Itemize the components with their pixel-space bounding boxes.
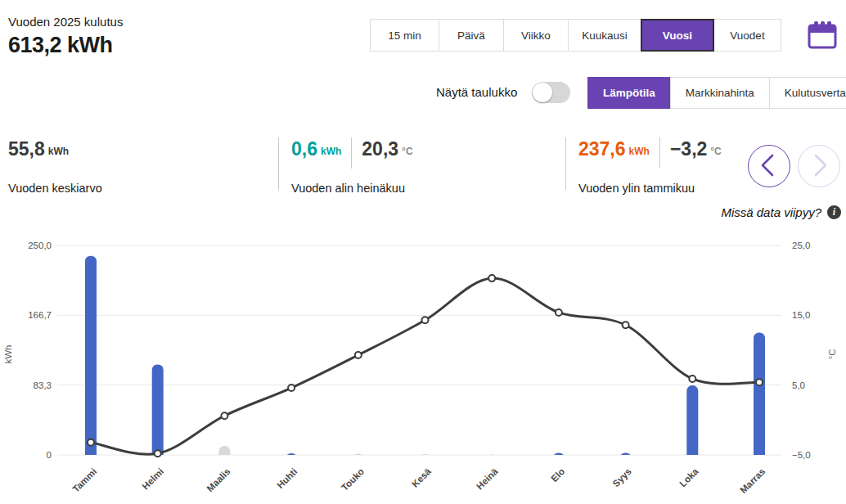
point-loka[interactable] <box>689 376 695 382</box>
calendar-button[interactable] <box>806 20 839 51</box>
bar-syys[interactable] <box>620 452 632 463</box>
range-button-15min[interactable]: 15 min <box>370 19 439 52</box>
x-axis-label-loka: Loka <box>677 466 700 489</box>
data-delay-row: Missä data viipyy? i <box>721 205 841 219</box>
calendar-icon <box>806 41 839 53</box>
left-axis-tick: 166,7 <box>28 310 52 320</box>
divider <box>351 137 352 169</box>
x-axis-label-kesä: Kesä <box>410 466 433 489</box>
stat-min-value: 0,6 <box>291 137 317 160</box>
x-axis-label-elo: Elo <box>549 466 566 484</box>
right-axis-tick: 5,0 <box>792 380 805 390</box>
time-range-selector: 15 min Päivä Viikko Kuukausi Vuosi Vuode… <box>370 19 781 52</box>
chevron-left-icon <box>749 175 789 187</box>
right-axis-tick: 25,0 <box>792 241 810 250</box>
bar-helmi[interactable] <box>152 364 164 463</box>
x-axis-label-touko: Touko <box>340 466 366 493</box>
stat-min-temp-unit: °C <box>402 146 412 157</box>
total-consumption: 613,2 kWh <box>8 33 113 58</box>
chevron-right-icon <box>799 175 839 187</box>
previous-period-button[interactable] <box>748 145 790 187</box>
chart-canvas: 250,025,0166,715,083,35,00−5,0kWh°CTammi… <box>0 232 846 504</box>
show-table-toggle[interactable] <box>532 82 570 103</box>
stat-max-unit: kWh <box>629 146 650 157</box>
left-axis-tick: 250,0 <box>28 241 52 250</box>
x-axis-label-syys: Syys <box>611 466 633 488</box>
range-button-vuodet[interactable]: Vuodet <box>713 19 781 52</box>
toggle-knob <box>533 83 552 102</box>
stat-max-label: Vuoden ylin tammikuu <box>578 182 722 195</box>
next-period-button[interactable] <box>798 145 840 187</box>
point-touko[interactable] <box>355 352 362 358</box>
page-title: Vuoden 2025 kulutus <box>8 15 123 29</box>
left-axis-label: kWh <box>3 345 13 364</box>
point-helmi[interactable] <box>155 450 161 457</box>
stat-average: 55,8 kWh Vuoden keskiarvo <box>8 137 102 195</box>
bar-maalis[interactable] <box>218 446 230 463</box>
left-axis-tick: 83,3 <box>34 380 52 390</box>
point-huhti[interactable] <box>288 385 295 391</box>
stat-min: 0,6 kWh 20,3 °C Vuoden alin heinäkuu <box>291 137 413 195</box>
x-axis-label-tammi: Tammi <box>70 466 98 494</box>
stat-max-temp: −3,2 <box>670 137 707 160</box>
point-maalis[interactable] <box>221 412 227 419</box>
point-tammi[interactable] <box>88 439 94 446</box>
bar-huhti[interactable] <box>286 453 297 463</box>
consumption-temperature-chart: 250,025,0166,715,083,35,00−5,0kWh°CTammi… <box>0 232 846 504</box>
point-kesä[interactable] <box>422 317 429 323</box>
divider <box>659 137 660 169</box>
tab-lampotila[interactable]: Lämpötila <box>587 77 671 109</box>
temperature-line <box>91 278 759 454</box>
stat-max: 237,6 kWh −3,2 °C Vuoden ylin tammikuu <box>578 137 722 195</box>
stat-average-unit: kWh <box>48 146 69 157</box>
point-heinä[interactable] <box>488 275 495 281</box>
bar-heinä[interactable] <box>486 454 497 463</box>
bar-elo[interactable] <box>553 452 565 463</box>
x-axis-label-heinä: Heinä <box>475 466 500 492</box>
divider <box>278 137 279 190</box>
stat-min-label: Vuoden alin heinäkuu <box>291 182 413 195</box>
range-button-viikko[interactable]: Viikko <box>503 19 569 52</box>
stat-average-label: Vuoden keskiarvo <box>8 182 102 195</box>
right-axis-tick: −5,0 <box>792 450 811 460</box>
energy-dashboard: Vuoden 2025 kulutus 613,2 kWh 15 min Päi… <box>0 0 846 504</box>
divider <box>565 137 566 190</box>
x-axis-label-helmi: Helmi <box>140 466 165 492</box>
point-elo[interactable] <box>556 309 562 316</box>
overlay-tabs: Lämpötila Markkinahinta Kulutusvertailu <box>587 77 846 109</box>
range-button-paiva[interactable]: Päivä <box>439 19 504 52</box>
x-axis-label-marras: Marras <box>738 466 767 495</box>
left-axis-tick: 0 <box>47 450 52 460</box>
range-button-kuukausi[interactable]: Kuukausi <box>568 19 641 52</box>
bar-tammi[interactable] <box>85 256 97 463</box>
point-syys[interactable] <box>623 322 629 328</box>
stat-min-unit: kWh <box>321 146 341 157</box>
x-axis-label-maalis: Maalis <box>205 466 232 493</box>
bar-kesä[interactable] <box>420 454 431 463</box>
stat-max-temp-unit: °C <box>710 146 721 157</box>
stat-min-temp: 20,3 <box>362 137 398 160</box>
stat-average-value: 55,8 <box>8 137 45 160</box>
tab-kulutusvertailu[interactable]: Kulutusvertailu <box>769 77 846 109</box>
tab-markkinahinta[interactable]: Markkinahinta <box>670 77 770 109</box>
x-axis-label-huhti: Huhti <box>275 466 299 490</box>
show-table-label: Näytä taulukko <box>436 85 517 99</box>
bar-loka[interactable] <box>686 385 698 463</box>
stat-max-value: 237,6 <box>578 137 626 160</box>
right-axis-tick: 15,0 <box>792 310 810 320</box>
bar-marras[interactable] <box>754 332 765 463</box>
info-icon[interactable]: i <box>827 205 841 219</box>
right-axis-label: °C <box>827 349 837 360</box>
point-marras[interactable] <box>756 379 763 385</box>
range-button-vuosi[interactable]: Vuosi <box>641 19 714 52</box>
data-delay-link[interactable]: Missä data viipyy? <box>721 205 821 219</box>
